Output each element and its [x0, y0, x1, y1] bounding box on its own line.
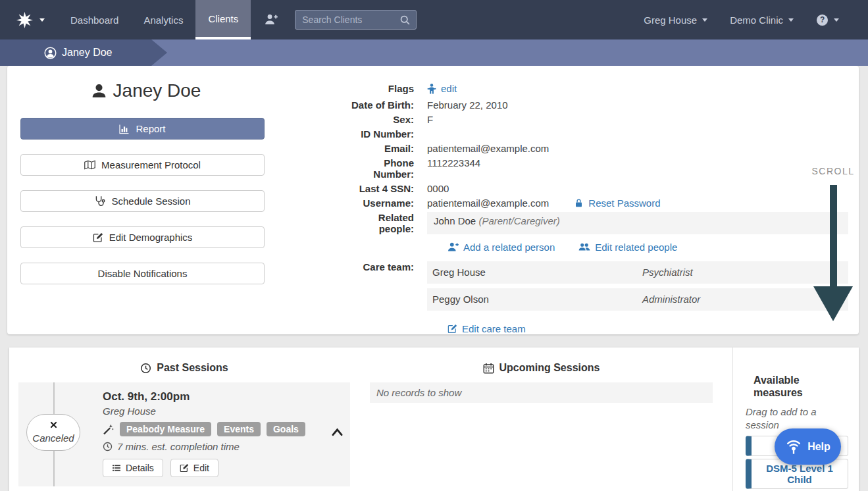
past-sessions-header: Past Sessions — [18, 362, 350, 374]
ssn-row: Last 4 SSN: 0000 — [342, 183, 848, 194]
person-plus-icon — [265, 13, 278, 26]
nav-item-dashboard[interactable]: Dashboard — [58, 0, 131, 39]
beacon-icon — [785, 438, 802, 455]
dob-row: Date of Birth: February 22, 2010 — [342, 99, 848, 111]
session-content: Oct. 9th, 2:00pm Greg House Peabody Meas… — [103, 382, 350, 477]
flags-row: Flags edit — [342, 83, 848, 96]
clinic-menu[interactable]: Demo Clinic — [730, 14, 794, 26]
measurement-protocol-button[interactable]: Measurement Protocol — [20, 154, 265, 176]
bar-chart-icon — [119, 124, 130, 134]
user-circle-icon — [44, 47, 57, 59]
care-member-role: Psychiatrist — [642, 267, 693, 278]
past-session-item: Canceled Oct. 9th, 2:00pm Greg House Pea… — [18, 382, 350, 486]
edit-session-button[interactable]: Edit — [170, 459, 218, 477]
upcoming-sessions-title: Upcoming Sessions — [499, 362, 600, 374]
users-icon — [578, 242, 590, 253]
edit-related-people-label: Edit related people — [595, 242, 677, 253]
list-icon — [112, 463, 121, 473]
breadcrumb[interactable]: Janey Doe — [0, 39, 167, 66]
top-navbar: Dashboard Analytics Clients Greg House D… — [0, 0, 868, 39]
add-related-person-label: Add a related person — [463, 242, 555, 253]
care-team-row: Greg House Psychiatrist — [427, 261, 848, 284]
sex-row: Sex: F — [342, 114, 848, 125]
username-row: Username: patientemail@example.com Reset… — [342, 197, 848, 209]
search-icon[interactable] — [399, 14, 411, 26]
no-records-message: No records to show — [370, 382, 713, 403]
disable-notifications-button[interactable]: Disable Notifications — [20, 263, 265, 284]
session-datetime: Oct. 9th, 2:00pm — [103, 390, 350, 403]
edit-flags-label: edit — [441, 83, 457, 94]
estimated-time-label: 7 mins. est. completion time — [117, 441, 240, 452]
care-team-label: Care team: — [342, 261, 414, 336]
edit-care-team-link[interactable]: Edit care team — [447, 323, 526, 334]
status-badge: Canceled — [26, 414, 80, 451]
schedule-session-button[interactable]: Schedule Session — [20, 190, 265, 212]
report-button-label: Report — [136, 123, 165, 134]
related-person-item: John Doe (Parent/Caregiver) — [427, 212, 848, 234]
drag-hint: Drag to add to a session — [746, 405, 832, 432]
edit-demographics-button[interactable]: Edit Demographics — [20, 226, 265, 248]
add-client-button[interactable] — [251, 0, 292, 39]
details-button[interactable]: Details — [103, 459, 163, 477]
help-menu[interactable]: ? — [816, 14, 839, 26]
phone-value: 1112223344 — [427, 157, 480, 180]
x-icon — [49, 421, 58, 429]
add-related-person-link[interactable]: Add a related person — [447, 242, 555, 253]
care-member-name: Peggy Olson — [432, 294, 642, 305]
client-search — [295, 0, 417, 39]
brand-menu[interactable] — [0, 0, 58, 39]
navbar-right: Greg House Demo Clinic ? — [644, 0, 868, 39]
available-measures-title: Available measures — [753, 374, 826, 399]
phone-label: Phone Number: — [342, 157, 414, 180]
related-people-links: Add a related person Edit related people — [447, 242, 848, 253]
map-icon — [84, 159, 95, 170]
client-name: Janey Doe — [113, 80, 201, 101]
report-button[interactable]: Report — [20, 118, 265, 140]
chevron-up-icon[interactable] — [331, 427, 344, 437]
details-button-label: Details — [126, 463, 154, 473]
email-label: Email: — [342, 143, 414, 154]
brand-logo-icon — [16, 11, 34, 29]
past-sessions-title: Past Sessions — [157, 362, 228, 374]
ssn-label: Last 4 SSN: — [342, 183, 414, 194]
related-person-name: John Doe — [434, 215, 476, 226]
person-icon — [91, 84, 107, 99]
email-row: Email: patientemail@example.com — [342, 143, 848, 154]
help-button[interactable]: Help — [775, 428, 841, 465]
status-label: Canceled — [27, 432, 80, 444]
past-sessions-panel: Past Sessions Canceled Oct. 9th, 2:00pm … — [18, 362, 350, 486]
nav-item-analytics[interactable]: Analytics — [131, 0, 195, 39]
page-title: Janey Doe — [20, 80, 272, 101]
id-number-label: ID Number: — [342, 128, 414, 140]
dob-value: February 22, 2010 — [427, 99, 508, 111]
client-details: Flags edit Date of Birth: February 22, 2… — [342, 83, 848, 336]
person-plus-icon — [447, 242, 459, 253]
session-tag: Events — [217, 422, 261, 436]
nav-item-clients[interactable]: Clients — [195, 0, 251, 39]
estimated-time-row: 7 mins. est. completion time — [103, 441, 350, 452]
caret-down-icon — [788, 18, 794, 22]
user-menu[interactable]: Greg House — [644, 14, 707, 26]
edit-square-icon — [93, 232, 103, 243]
caret-down-icon — [834, 18, 839, 22]
svg-text:?: ? — [820, 15, 825, 24]
username-label: Username: — [342, 197, 414, 209]
id-number-row: ID Number: — [342, 128, 848, 140]
session-tag: Peabody Measure — [120, 422, 211, 436]
question-circle-icon: ? — [816, 14, 829, 26]
care-member-role: Administrator — [642, 294, 700, 305]
action-stack: Report Measurement Protocol Schedule Ses… — [20, 118, 272, 284]
flags-label: Flags — [342, 83, 414, 96]
measurement-protocol-label: Measurement Protocol — [101, 159, 201, 170]
clock-icon — [140, 363, 151, 374]
edit-demographics-label: Edit Demographics — [109, 232, 193, 243]
edit-related-people-link[interactable]: Edit related people — [578, 242, 677, 253]
care-team-row: Peggy Olson Administrator — [427, 288, 848, 311]
edit-flags-link[interactable]: edit — [427, 83, 457, 94]
reset-password-link[interactable]: Reset Password — [574, 197, 660, 209]
client-actions-column: Janey Doe Report Measurement Protocol — [20, 80, 272, 299]
sex-value: F — [427, 114, 433, 125]
session-clinician: Greg House — [103, 405, 350, 417]
user-menu-label: Greg House — [644, 14, 697, 26]
search-input[interactable] — [295, 10, 417, 30]
